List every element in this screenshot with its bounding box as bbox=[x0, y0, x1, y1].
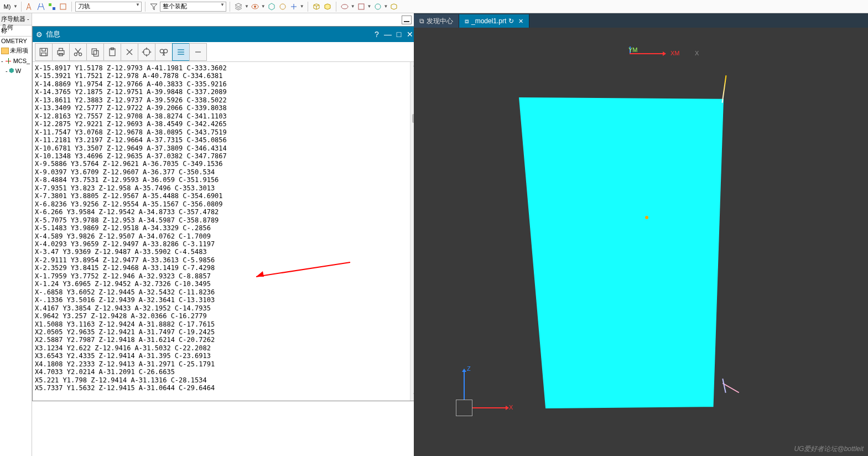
some-icon-3[interactable] bbox=[47, 2, 57, 12]
some-icon-2[interactable] bbox=[36, 2, 46, 12]
tab-model[interactable]: ⧈ _model1.prt ↻ ✕ bbox=[459, 14, 529, 28]
svg-rect-11 bbox=[58, 50, 64, 54]
cube-icon-2[interactable] bbox=[323, 2, 332, 12]
assembly-dropdown[interactable]: 整个装配 bbox=[160, 2, 226, 12]
copy-button[interactable] bbox=[86, 43, 104, 61]
save-button[interactable] bbox=[35, 43, 53, 61]
coord-icon bbox=[4, 57, 12, 65]
viewport-canvas[interactable]: YM XM X Z X UG爱好者论坛@bottleit bbox=[414, 28, 868, 456]
model-geometry[interactable] bbox=[519, 97, 724, 408]
layer-icon[interactable] bbox=[233, 2, 243, 12]
svg-point-6 bbox=[341, 4, 348, 9]
navigator-panel: 序导航器 - 几何 称 OMETRY 未用项 - MCS_ - ⬢W bbox=[0, 13, 32, 456]
render-icon[interactable] bbox=[373, 2, 383, 12]
cube-icon-1[interactable] bbox=[311, 2, 321, 12]
eye-icon[interactable] bbox=[250, 2, 260, 12]
svg-rect-17 bbox=[94, 50, 98, 56]
eye2-icon[interactable] bbox=[340, 2, 350, 12]
refresh-icon[interactable]: ↻ bbox=[508, 17, 514, 25]
discover-icon: ⧉ bbox=[419, 17, 424, 25]
info-toolbar bbox=[33, 42, 419, 62]
svg-rect-10 bbox=[41, 53, 46, 55]
some-icon-4[interactable] bbox=[58, 2, 68, 12]
ym-label: YM bbox=[628, 46, 638, 53]
nav-w[interactable]: - ⬢W bbox=[0, 66, 32, 75]
main-area: 序导航器 - 几何 称 OMETRY 未用项 - MCS_ - ⬢W om ⚙ … bbox=[0, 13, 868, 456]
svg-point-22 bbox=[164, 49, 168, 53]
svg-rect-16 bbox=[92, 49, 96, 54]
svg-rect-12 bbox=[59, 48, 63, 50]
nav-unused[interactable]: 未用项 bbox=[0, 45, 32, 56]
viewport-panel: ⧉ 发现中心 ⧈ _model1.prt ↻ ✕ YM XM X bbox=[414, 13, 868, 456]
svg-point-4 bbox=[254, 6, 256, 8]
model-point bbox=[645, 216, 648, 219]
xm-label: XM bbox=[671, 50, 680, 56]
target-button[interactable] bbox=[138, 43, 155, 61]
info-window: ⚙ 信息 ? — □ ✕ X-15.8917 Y1 bbox=[32, 26, 419, 401]
x-axis-line bbox=[630, 53, 663, 54]
part-icon: ⧈ bbox=[465, 17, 469, 25]
x-label: X bbox=[695, 50, 699, 56]
tab-close-icon[interactable]: ✕ bbox=[518, 18, 523, 25]
nav-root[interactable]: OMETRY bbox=[0, 37, 32, 45]
info-title-text: 信息 bbox=[46, 29, 60, 39]
navigator-header: 序导航器 - 几何 bbox=[0, 13, 32, 25]
paste-button[interactable] bbox=[103, 43, 121, 61]
filter-icon[interactable] bbox=[149, 2, 159, 12]
toolpath-segment-2 bbox=[721, 379, 740, 397]
navigator-column-header: 称 bbox=[0, 25, 32, 37]
svg-point-21 bbox=[160, 49, 164, 53]
nav-mcs[interactable]: - MCS_ bbox=[0, 56, 32, 66]
sphere-icon[interactable] bbox=[278, 2, 288, 12]
svg-rect-2 bbox=[60, 4, 66, 9]
folder-icon bbox=[1, 48, 9, 54]
svg-point-8 bbox=[375, 4, 381, 9]
info-titlebar[interactable]: ⚙ 信息 ? — □ ✕ bbox=[33, 27, 419, 42]
center-area: om ⚙ 信息 ? — □ ✕ bbox=[32, 13, 414, 456]
svg-rect-0 bbox=[49, 3, 51, 6]
info-minimize-button[interactable]: — bbox=[382, 30, 393, 39]
cut-button[interactable] bbox=[69, 43, 87, 61]
svg-rect-1 bbox=[53, 7, 55, 10]
toolpath-dropdown[interactable]: 刀轨 bbox=[75, 2, 142, 12]
find-button[interactable] bbox=[155, 43, 173, 61]
svg-point-5 bbox=[280, 4, 285, 9]
info-help-button[interactable]: ? bbox=[371, 30, 382, 39]
svg-rect-7 bbox=[358, 4, 364, 9]
viewport-tabbar: ⧉ 发现中心 ⧈ _model1.prt ↻ ✕ bbox=[414, 13, 868, 28]
watermark: UG爱好者论坛@bottleit bbox=[794, 444, 864, 454]
print-button[interactable] bbox=[52, 43, 70, 61]
tab-discover[interactable]: ⧉ 发现中心 bbox=[414, 14, 459, 28]
svg-point-20 bbox=[143, 49, 150, 55]
menu-icon[interactable]: M) bbox=[2, 2, 12, 12]
delete-button[interactable] bbox=[121, 43, 138, 61]
view-icon[interactable] bbox=[356, 2, 366, 12]
hex-icon[interactable] bbox=[267, 2, 277, 12]
plus-icon[interactable] bbox=[289, 2, 299, 12]
box-icon[interactable] bbox=[389, 2, 399, 12]
info-maximize-button[interactable]: □ bbox=[393, 30, 404, 39]
some-icon-1[interactable] bbox=[25, 2, 35, 12]
info-body: X-15.8917 Y1.5178 Z-12.9793 A-41.1981 C-… bbox=[33, 62, 419, 401]
top-toolbar: M)▼ 刀轨 整个装配 ▼ ▼ ▼ ▼ ▼ ▼ bbox=[0, 0, 868, 13]
minimize-panel-button[interactable] bbox=[402, 15, 412, 24]
gcode-text[interactable]: X-15.8917 Y1.5178 Z-12.9793 A-41.1981 C-… bbox=[35, 64, 410, 398]
gear-icon: ⚙ bbox=[36, 30, 43, 39]
list-button[interactable] bbox=[172, 43, 190, 61]
toolpath-segment-1 bbox=[722, 75, 727, 103]
minus-button[interactable] bbox=[189, 43, 207, 61]
